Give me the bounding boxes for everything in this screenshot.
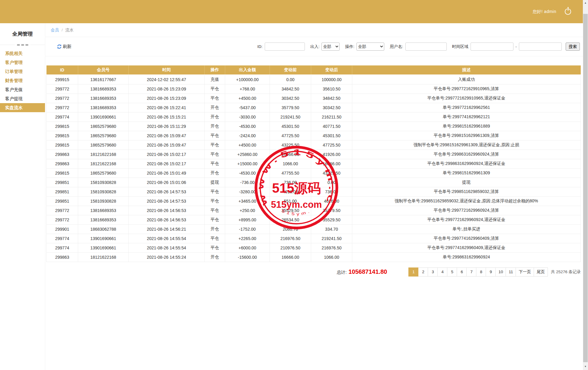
table-cell: -15600.00 [225, 252, 270, 262]
sidebar-item-3[interactable]: 订单管理 [0, 67, 45, 76]
table-cell: -1752.00 [225, 224, 270, 234]
sidebar-item-5[interactable]: 客户充值 [0, 85, 45, 94]
table-cell: +768.00 [225, 84, 270, 93]
table-row: 299815186525796802021-08-26 15:09:47平仓+4… [46, 140, 581, 150]
page-button-6[interactable]: 6 [457, 267, 467, 277]
table-row: 299772138166893532021-08-26 15:22:41开仓-5… [46, 103, 581, 112]
table-cell: 入账成功 [352, 75, 581, 84]
time-start-input[interactable] [471, 43, 513, 51]
table-cell: 216211.50 [311, 112, 352, 122]
table-row: 299863181216221682021-08-26 15:02:17平仓+2… [46, 150, 581, 159]
table-cell: 开仓 [205, 252, 225, 262]
table-cell: 开仓 [205, 168, 225, 178]
table-row: 299815186525796802021-08-26 15:01:49开仓-4… [46, 168, 581, 178]
breadcrumb-member-link[interactable]: 会员 [51, 27, 59, 33]
last-page-button[interactable]: 尾页 [534, 267, 548, 277]
sidebar-item-1[interactable]: 系统相关 [0, 49, 45, 58]
table-cell: +3465.00 [225, 196, 270, 206]
filter-bar: ID: 出入: 全部 操作: 全部 用户名: 时间区域 - 搜索 [254, 43, 580, 51]
table-cell: 平仓 [205, 234, 225, 243]
table-cell: 平仓单号:2997721629910965,清算 [352, 84, 581, 93]
page-button-9[interactable]: 9 [486, 267, 496, 277]
page-button-5[interactable]: 5 [447, 267, 457, 277]
table-cell: 平仓单号:2998631629960924,退还保证金 [352, 159, 581, 168]
table-cell: 0.00 [270, 75, 311, 84]
table-cell: 平仓单号:2998151629961309,清算 [352, 131, 581, 140]
topbar: 您好! admin [0, 0, 588, 23]
scroll-down-icon[interactable]: ▼ [583, 365, 588, 368]
page-button-1[interactable]: 1 [408, 267, 418, 277]
table-cell: 18652579680 [78, 131, 129, 140]
table-cell: 47725.50 [270, 131, 311, 140]
table-cell: 551.00 [270, 196, 311, 206]
table-row: 299815186525796802021-08-26 15:11:29开仓-4… [46, 122, 581, 131]
table-cell: 43225.50 [270, 140, 311, 150]
page-button-11[interactable]: 11 [506, 267, 516, 277]
table-row: 299772138166893532021-08-26 15:23:09平仓+4… [46, 93, 581, 103]
table-cell: 提现 [205, 178, 225, 187]
table-cell: 2021-08-26 14:56:53 [129, 206, 205, 215]
table-row: 299772138166893532021-08-26 14:56:53平仓+8… [46, 215, 581, 224]
table-cell: +100000.00 [225, 75, 270, 84]
table-cell: 334.70 [311, 224, 352, 234]
page-button-4[interactable]: 4 [437, 267, 447, 277]
page-button-10[interactable]: 10 [495, 267, 506, 277]
breadcrumb-current: 流水 [66, 27, 74, 33]
table-cell: 平仓单号:2998511629859032,清算 [352, 187, 581, 196]
table-cell: 1066.00 [270, 159, 311, 168]
table-cell: 2021-08-26 15:09:47 [129, 140, 205, 150]
range-separator: - [516, 44, 517, 49]
table-cell: 充值 [205, 75, 225, 84]
power-icon[interactable] [565, 8, 571, 15]
action-filter-select[interactable]: 全部 [356, 43, 384, 51]
time-end-input[interactable] [519, 43, 562, 51]
table-cell: 219241.50 [311, 234, 352, 243]
table-cell: 13901690661 [78, 243, 129, 252]
search-button[interactable]: 搜索 [566, 43, 580, 51]
table-cell: 平仓单号:2997741629960409,清算 [352, 234, 581, 243]
table-cell: 平仓 [205, 243, 225, 252]
page-button-8[interactable]: 8 [476, 267, 486, 277]
table-cell: 2021-08-26 15:22:41 [129, 103, 205, 112]
sidebar-item-4[interactable]: 财务管理 [0, 76, 45, 85]
scroll-up-icon[interactable]: ▲ [583, 1, 588, 5]
page-button-7[interactable]: 7 [466, 267, 476, 277]
timerange-label: 时间区域 [452, 44, 468, 49]
page-button-2[interactable]: 2 [418, 267, 428, 277]
table-cell: 45301.50 [270, 122, 311, 131]
next-page-button[interactable]: 下一页 [516, 267, 534, 277]
table-cell: 平仓 [205, 206, 225, 215]
table-cell: 单号:2997741629962121 [352, 112, 581, 122]
sidebar-item-2[interactable]: 客户管理 [0, 58, 45, 67]
table-cell: 2086.70 [270, 224, 311, 234]
refresh-button[interactable]: 刷新 [57, 44, 72, 49]
table-cell: 单号:2998631629960924 [352, 252, 581, 262]
table-cell: 强制平仓单号:2998151629961309,退还保证金,原因:止损 [352, 140, 581, 150]
table-cell: 开仓 [205, 224, 225, 234]
greeting-text: 您好! admin [533, 9, 556, 14]
table-row: 299851158109308282021-08-26 14:57:53平仓-3… [46, 187, 581, 196]
username-filter-input[interactable] [405, 43, 447, 51]
table-cell: 13816689353 [78, 84, 129, 93]
table-cell: 30342.50 [311, 103, 352, 112]
table-cell: 平仓单号:2997721629910965,退还保证金 [352, 93, 581, 103]
table-cell: 开仓 [205, 122, 225, 131]
table-row: 299774139016906612021-08-26 14:55:54平仓+6… [46, 243, 581, 252]
sidebar-item-6[interactable]: 客户提现 [0, 94, 45, 103]
action-filter-label: 操作: [345, 44, 354, 49]
table-cell: 2021-08-26 15:02:17 [129, 150, 205, 159]
scrollbar-thumb[interactable] [583, 14, 588, 362]
dashes-icon [15, 44, 30, 46]
sidebar-item-7[interactable]: 实盘流水 [0, 103, 45, 112]
table-cell: 2021-08-26 14:57:53 [129, 196, 205, 206]
id-filter-input[interactable] [265, 43, 305, 51]
page-button-3[interactable]: 3 [428, 267, 438, 277]
table-cell: 299774 [46, 234, 78, 243]
table-cell: 35779.50 [311, 206, 352, 215]
inout-filter-select[interactable]: 全部 [321, 43, 340, 51]
table-cell: 299772 [46, 206, 78, 215]
vertical-scrollbar[interactable]: ▲ ▼ [583, 0, 588, 370]
table-row: 299901186830627882021-08-26 14:56:21开仓-1… [46, 224, 581, 234]
table-row: 299863181216221682021-08-26 15:02:17平仓+1… [46, 159, 581, 168]
table-cell: 平仓单号:2997741629960409,退还保证金 [352, 243, 581, 252]
